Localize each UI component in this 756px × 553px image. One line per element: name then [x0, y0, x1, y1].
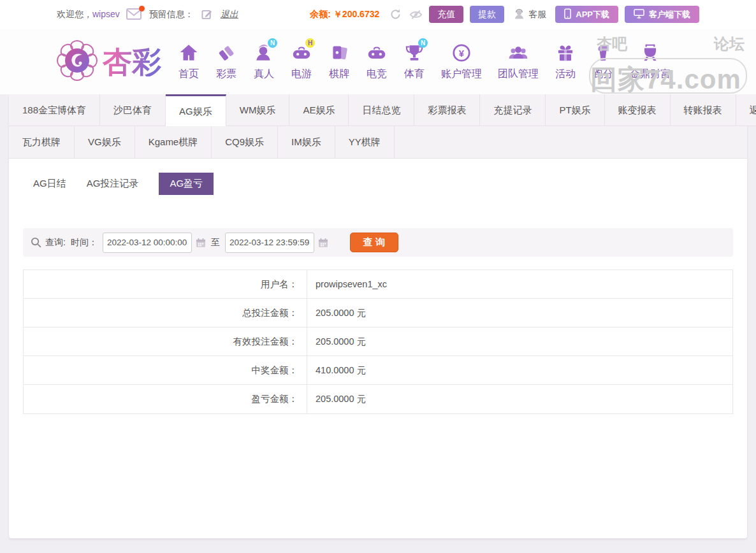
- report-row-label: 用户名：: [24, 278, 307, 291]
- headset-person-icon: [513, 8, 525, 22]
- report-row: 中奖金额： 410.0000 元: [24, 356, 732, 385]
- subtab-ag-bet-records[interactable]: AG投注记录: [87, 173, 139, 195]
- nav-label: 活动: [555, 68, 576, 79]
- logo-flower-icon: [57, 40, 98, 83]
- nav-item-home[interactable]: 首页: [178, 42, 200, 81]
- refresh-icon[interactable]: [388, 8, 402, 22]
- phone-icon: [564, 8, 571, 21]
- home-icon: [178, 42, 200, 66]
- calendar-icon[interactable]: [318, 238, 328, 248]
- report-row-value: 205.0000 元: [307, 327, 732, 356]
- username: wipsev: [92, 9, 120, 19]
- time-label: 时间：: [71, 237, 98, 248]
- site-header: 杏彩 首页 彩票 N 真人: [0, 29, 756, 94]
- tab-transfer-report[interactable]: 转账报表: [671, 94, 736, 126]
- tab-pt-entertainment[interactable]: PT娱乐: [546, 94, 604, 126]
- trophy-icon: N: [403, 42, 425, 66]
- report-row: 总投注金额： 205.0000 元: [24, 299, 732, 327]
- nav-item-activity[interactable]: 活动: [555, 42, 576, 81]
- nav-item-esports[interactable]: 电竞: [366, 42, 388, 81]
- report-row: 盈亏金额： 205.0000 元: [24, 385, 732, 413]
- report-row-label: 盈亏金额：: [24, 393, 307, 405]
- nav-label: 真人: [254, 68, 274, 79]
- tab-im-entertainment[interactable]: IM娱乐: [278, 126, 335, 158]
- report-row-label: 中奖金额：: [24, 364, 307, 377]
- tab-lottery-report[interactable]: 彩票报表: [414, 94, 480, 126]
- nav-label: 电游: [291, 68, 312, 79]
- nav-item-wealth[interactable]: 金鼎财富: [630, 42, 671, 81]
- edit-icon[interactable]: [200, 8, 214, 22]
- nav-item-paofen[interactable]: 跑分: [592, 42, 614, 81]
- report-row-value: 205.0000 元: [307, 299, 732, 327]
- tab-shaba-sports[interactable]: 沙巴体育: [100, 94, 166, 126]
- topbar: 欢迎您，wipsev 预留信息： 退出 余额: ￥200.6732: [0, 0, 756, 29]
- watermark-text: 论坛: [714, 34, 745, 54]
- site-logo[interactable]: 杏彩: [57, 40, 161, 83]
- cauldron-icon: [630, 42, 671, 66]
- monitor-icon: [634, 9, 644, 20]
- calendar-icon[interactable]: [196, 238, 206, 248]
- svg-text:¥: ¥: [459, 48, 465, 59]
- cards-icon: [328, 42, 350, 66]
- eye-off-icon[interactable]: [409, 8, 423, 22]
- subtab-ag-daily[interactable]: AG日结: [33, 173, 66, 195]
- logo-text: 杏彩: [103, 47, 161, 76]
- tab-rebate-total[interactable]: 返点总额: [736, 94, 756, 126]
- nav-label: 棋牌: [329, 68, 349, 79]
- tab-daily-summary[interactable]: 日结总览: [349, 94, 414, 126]
- reserved-info-label: 预留信息：: [149, 9, 194, 20]
- date-from-input[interactable]: [103, 233, 192, 253]
- tab-kgame-boardgames[interactable]: Kgame棋牌: [135, 126, 212, 158]
- search-icon: [31, 237, 41, 248]
- withdraw-button[interactable]: 提款: [470, 6, 504, 23]
- tab-vg-entertainment[interactable]: VG娱乐: [75, 126, 135, 158]
- tab-188jinbaobo-sports[interactable]: 188金宝博体育: [9, 94, 100, 126]
- welcome-prefix: 欢迎您，: [57, 9, 92, 19]
- nav-item-account[interactable]: ¥ 账户管理: [441, 42, 482, 81]
- mail-icon[interactable]: [126, 8, 143, 21]
- nav-item-live[interactable]: N 真人: [253, 42, 275, 81]
- report-row-value: 205.0000 元: [307, 385, 732, 413]
- nav-label: 跑分: [593, 68, 613, 79]
- nav-item-sports[interactable]: N 体育: [403, 42, 425, 81]
- tab-yy-boardgames[interactable]: YY棋牌: [335, 126, 395, 158]
- logout-link[interactable]: 退出: [221, 9, 238, 20]
- client-download-label: 客户端下载: [649, 9, 690, 20]
- customer-service-label: 客服: [528, 9, 546, 20]
- report-row: 用户名： prowipseven1_xc: [24, 270, 732, 299]
- nav-item-boardgames[interactable]: 棋牌: [328, 42, 350, 81]
- tab-cq9-entertainment[interactable]: CQ9娱乐: [212, 126, 278, 158]
- lottery-ticket-icon: [215, 42, 237, 66]
- query-button[interactable]: 查 询: [350, 233, 398, 252]
- gift-icon: [555, 42, 576, 66]
- profit-loss-report-table: 用户名： prowipseven1_xc 总投注金额： 205.0000 元 有…: [23, 269, 733, 414]
- nav-label: 电竞: [367, 68, 387, 79]
- new-badge: N: [268, 38, 277, 48]
- nav-label: 账户管理: [441, 68, 482, 79]
- recharge-button[interactable]: 充值: [429, 6, 463, 23]
- tab-deposit-withdraw-records[interactable]: 充提记录: [480, 94, 546, 126]
- tab-wm-entertainment[interactable]: WM娱乐: [226, 94, 290, 126]
- report-row: 有效投注金额： 205.0000 元: [24, 327, 732, 356]
- tab-ae-entertainment[interactable]: AE娱乐: [289, 94, 349, 126]
- customer-service-link[interactable]: 客服: [513, 8, 546, 22]
- report-row-value: prowipseven1_xc: [307, 270, 732, 298]
- subtab-ag-profit-loss[interactable]: AG盈亏: [159, 173, 214, 195]
- tab-wali-boardgames[interactable]: 瓦力棋牌: [9, 126, 75, 158]
- welcome-text: 欢迎您，wipsev: [57, 9, 120, 20]
- new-badge: N: [418, 38, 428, 48]
- query-label: 查询:: [45, 237, 66, 248]
- nav-label: 首页: [178, 68, 199, 79]
- nav-item-egames[interactable]: H 电游: [291, 42, 312, 81]
- tab-ag-entertainment[interactable]: AG娱乐: [166, 94, 226, 126]
- app-download-button[interactable]: APP下载: [555, 6, 618, 23]
- balance-value: ￥200.6732: [333, 9, 379, 19]
- date-to-input[interactable]: [225, 233, 314, 253]
- nav-item-team[interactable]: 团队管理: [498, 42, 539, 81]
- client-download-button[interactable]: 客户端下载: [625, 6, 699, 23]
- live-person-icon: N: [253, 42, 275, 66]
- nav-item-lottery[interactable]: 彩票: [215, 42, 237, 81]
- yuan-circle-icon: ¥: [441, 42, 482, 66]
- tab-account-change-report[interactable]: 账变报表: [605, 94, 671, 126]
- main-panel: 188金宝博体育 沙巴体育 AG娱乐 WM娱乐 AE娱乐 日结总览 彩票报表 充…: [9, 94, 747, 538]
